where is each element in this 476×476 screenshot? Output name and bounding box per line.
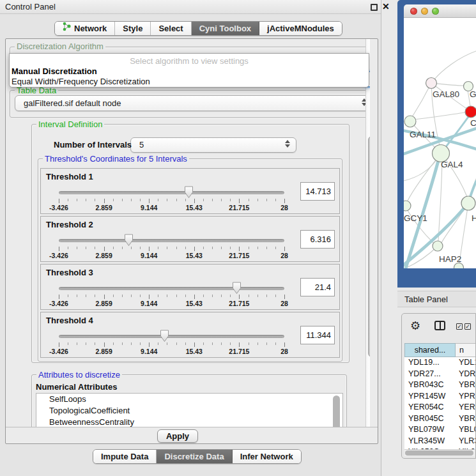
tick-label: 9.144: [141, 300, 157, 307]
cell-shared-name[interactable]: YDL19...: [404, 357, 456, 369]
panel-scrollbar-thumb[interactable]: [368, 136, 370, 357]
cell-shared-name[interactable]: YLR345W: [404, 436, 456, 447]
table-row[interactable]: YLR345WYLR3: [404, 436, 476, 447]
cell-shared-name[interactable]: YBR045C: [404, 413, 456, 425]
tick-label: 21.715: [229, 348, 249, 355]
network-node-C[interactable]: [465, 106, 476, 118]
table-row[interactable]: YBR045CYBR0: [404, 413, 476, 425]
tick-label: -3.426: [49, 300, 68, 307]
network-node-GAL80[interactable]: [426, 78, 437, 89]
cell-name[interactable]: YPR1: [456, 391, 476, 403]
tab-discretize-data[interactable]: Discretize Data: [157, 450, 232, 463]
network-edge[interactable]: [415, 112, 465, 119]
cell-shared-name[interactable]: YER054C: [404, 402, 456, 413]
table-row[interactable]: YBL079WYBL0: [404, 424, 476, 436]
column-header-name[interactable]: n: [456, 343, 476, 357]
threshold-slider[interactable]: -3.4262.8599.14415.4321.71528: [59, 281, 284, 308]
network-view-window: GAL80GACGAL11GAL4GCY1HHAP2: [397, 0, 476, 288]
table-row[interactable]: YDR27...YDR2: [404, 369, 476, 380]
float-window-icon[interactable]: [371, 4, 378, 11]
slider-track[interactable]: [59, 287, 284, 290]
dropdown-option-manual-discretization[interactable]: Manual Discretization: [12, 66, 97, 76]
network-canvas[interactable]: GAL80GACGAL11GAL4GCY1HHAP2: [404, 18, 476, 268]
tick-label: -3.426: [49, 348, 68, 355]
table-data-combo[interactable]: galFiltered.sif default node: [15, 95, 370, 111]
slider-thumb[interactable]: [232, 282, 242, 295]
slider-thumb[interactable]: [184, 186, 194, 199]
tab-select[interactable]: Select: [151, 22, 191, 35]
number-of-intervals-combo[interactable]: 5: [130, 137, 296, 153]
checkbox-icon[interactable]: [456, 323, 463, 330]
network-edge[interactable]: [407, 268, 459, 268]
zoom-button[interactable]: [432, 8, 439, 15]
table-body[interactable]: YDL19...YDL1YDR27...YDR2YBR043CYBR0YPR14…: [404, 357, 476, 449]
threshold-value-field[interactable]: 21.4: [300, 278, 335, 296]
tab-jactivemnodules[interactable]: jActiveMNodules: [259, 22, 342, 35]
cell-shared-name[interactable]: YBR043C: [404, 380, 456, 391]
cell-name[interactable]: YER0: [456, 402, 476, 413]
table-row[interactable]: YBR043CYBR0: [404, 380, 476, 391]
discretization-algorithm-title: Discretization Algorithm: [15, 42, 105, 50]
network-edge[interactable]: [412, 83, 431, 117]
threshold-value-field[interactable]: 11.344: [300, 326, 335, 344]
cyni-bottom-tabbar: Impute Data Discretize Data Infer Networ…: [93, 449, 302, 464]
table-hscroll-thumb[interactable]: [405, 450, 473, 456]
cell-name[interactable]: YBR0: [456, 380, 476, 391]
close-icon[interactable]: ✕: [382, 1, 390, 12]
table-row[interactable]: YER054CYER0: [404, 402, 476, 413]
threshold-slider[interactable]: -3.4262.8599.14415.4321.71528: [59, 329, 284, 356]
network-node-HAP2[interactable]: [433, 241, 443, 251]
cell-shared-name[interactable]: YDR27...: [404, 369, 456, 380]
cell-name[interactable]: YDL1: [456, 357, 476, 369]
table-row[interactable]: YDL19...YDL1: [404, 357, 476, 369]
threshold-3-panel: Threshold 3 -3.4262.8599.14415.4321.7152…: [40, 264, 340, 310]
slider-thumb[interactable]: [124, 234, 134, 247]
cell-name[interactable]: YBR0: [456, 413, 476, 425]
threshold-value-field[interactable]: 6.316: [300, 230, 335, 249]
network-edge[interactable]: [434, 51, 476, 79]
threshold-value-field[interactable]: 14.713: [300, 182, 335, 201]
tick-label: 15.43: [186, 348, 203, 355]
slider-track[interactable]: [59, 335, 284, 338]
apply-button[interactable]: Apply: [157, 429, 198, 443]
cell-name[interactable]: YLR3: [456, 436, 476, 447]
network-node-GCY1[interactable]: [404, 201, 411, 211]
network-node-H[interactable]: [461, 196, 475, 210]
cell-shared-name[interactable]: YBL079W: [404, 424, 456, 436]
close-button[interactable]: [410, 8, 417, 15]
table-row[interactable]: YPR145WYPR1: [404, 391, 476, 403]
tab-label: Cyni Toolbox: [199, 22, 251, 35]
threshold-slider[interactable]: -3.4262.8599.14415.4321.71528: [59, 233, 284, 260]
scroll-area: Discretization Algorithm Select algorith…: [6, 39, 370, 427]
minimize-button[interactable]: [421, 8, 428, 15]
threshold-slider[interactable]: -3.4262.8599.14415.4321.71528: [59, 185, 284, 212]
list-item[interactable]: BetweennessCentrality: [36, 417, 342, 427]
dropdown-option-equal-width-frequency[interactable]: Equal Width/Frequency Discretization: [12, 77, 150, 86]
list-item[interactable]: SelfLoops: [36, 394, 342, 405]
tab-impute-data[interactable]: Impute Data: [93, 450, 157, 463]
list-scrollbar[interactable]: [333, 395, 340, 427]
cell-name[interactable]: YBL0: [456, 424, 476, 436]
cell-shared-name[interactable]: YPR145W: [404, 391, 456, 403]
table-horizontal-scrollbar[interactable]: [404, 449, 475, 456]
numerical-attributes-label: Numerical Attributes: [34, 383, 119, 391]
slider-tick-labels: -3.4262.8599.14415.4321.71528: [59, 300, 284, 308]
slider-track[interactable]: [59, 239, 284, 242]
column-header-shared-name[interactable]: shared...: [404, 343, 456, 357]
tab-style[interactable]: Style: [115, 22, 151, 35]
checkbox-icon[interactable]: [464, 323, 471, 330]
panel-scrollbar-track[interactable]: [365, 39, 370, 427]
tab-network[interactable]: Network: [55, 22, 115, 35]
gear-icon[interactable]: ⚙: [410, 319, 420, 333]
tab-infer-network[interactable]: Infer Network: [233, 450, 301, 463]
tick-label: 9.144: [141, 252, 157, 259]
tab-cyni-toolbox[interactable]: Cyni Toolbox: [192, 22, 259, 35]
slider-track[interactable]: [59, 191, 284, 194]
cell-name[interactable]: YDR2: [456, 369, 476, 380]
numerical-attributes-list[interactable]: SelfLoopsTopologicalCoefficientBetweenne…: [36, 393, 343, 427]
slider-thumb[interactable]: [160, 330, 169, 342]
split-view-icon[interactable]: [434, 321, 445, 330]
network-node-GAL11[interactable]: [404, 116, 416, 127]
list-item[interactable]: TopologicalCoefficient: [36, 405, 342, 417]
tab-label: Infer Network: [240, 450, 293, 463]
